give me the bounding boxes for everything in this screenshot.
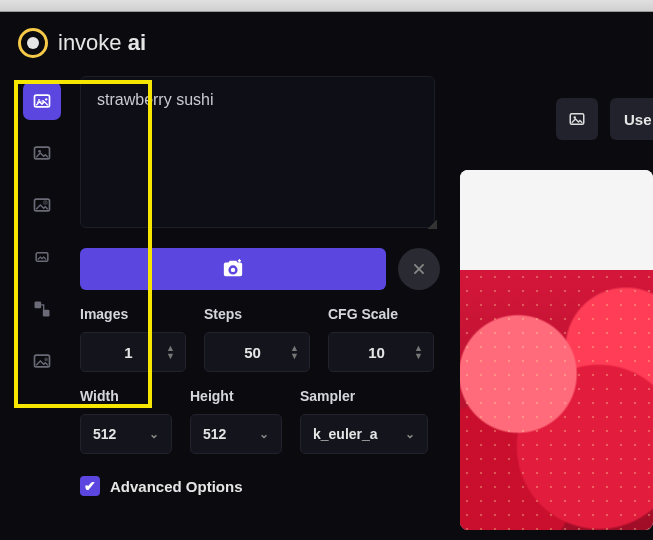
browser-chrome (0, 0, 653, 12)
image-icon (568, 110, 586, 128)
images-value: 1 (124, 344, 132, 361)
height-label: Height (190, 388, 282, 404)
sidebar-postprocess[interactable] (23, 342, 61, 380)
camera-plus-icon (222, 258, 244, 280)
prompt-input[interactable] (80, 76, 435, 228)
cfg-value: 10 (368, 344, 385, 361)
cfg-label: CFG Scale (328, 306, 434, 322)
cancel-button[interactable] (398, 248, 440, 290)
logo-icon (18, 28, 48, 58)
sidebar-text-to-image[interactable]: Aa (23, 82, 61, 120)
control-panel: Images 1 ▲▼ Steps 50 ▲▼ CFG Scale (80, 76, 440, 496)
use-button[interactable]: Use (610, 98, 653, 140)
advanced-options-checkbox[interactable]: ✔ (80, 476, 100, 496)
sidebar-inpaint[interactable] (23, 186, 61, 224)
output-preview (460, 170, 653, 530)
close-icon (412, 262, 426, 276)
sidebar: Aa (18, 76, 66, 496)
postprocess-icon (32, 351, 52, 371)
down-caret-icon[interactable]: ▼ (290, 352, 299, 360)
steps-stepper[interactable]: ▲▼ (290, 344, 299, 360)
inpaint-icon (32, 195, 52, 215)
image-icon (32, 143, 52, 163)
chevron-down-icon: ⌄ (405, 427, 415, 441)
sampler-value: k_euler_a (313, 426, 378, 442)
sidebar-outpaint[interactable] (23, 238, 61, 276)
sidebar-image-to-image[interactable] (23, 134, 61, 172)
chevron-down-icon: ⌄ (149, 427, 159, 441)
cfg-stepper[interactable]: ▲▼ (414, 344, 423, 360)
app-title-part1: invoke (58, 30, 128, 55)
sampler-label: Sampler (300, 388, 428, 404)
images-stepper[interactable]: ▲▼ (166, 344, 175, 360)
svg-point-6 (43, 200, 48, 205)
app-logo: invoke ai (18, 28, 653, 58)
nodes-icon (32, 299, 52, 319)
width-label: Width (80, 388, 172, 404)
height-value: 512 (203, 426, 226, 442)
text-image-icon: Aa (32, 91, 52, 111)
chevron-down-icon: ⌄ (259, 427, 269, 441)
svg-rect-7 (36, 253, 48, 261)
images-label: Images (80, 306, 186, 322)
steps-value: 50 (244, 344, 261, 361)
app-title: invoke ai (58, 30, 146, 56)
outpaint-icon (32, 247, 52, 267)
generate-button[interactable] (80, 248, 386, 290)
svg-point-2 (45, 98, 47, 100)
resize-handle-icon[interactable] (427, 219, 437, 229)
preview-image (460, 270, 653, 530)
sampler-select[interactable]: k_euler_a ⌄ (300, 414, 428, 454)
down-caret-icon[interactable]: ▼ (414, 352, 423, 360)
svg-point-11 (231, 268, 235, 272)
cfg-input[interactable]: 10 ▲▼ (328, 332, 434, 372)
steps-label: Steps (204, 306, 310, 322)
app-title-part2: ai (128, 30, 146, 55)
image-preview-button[interactable] (556, 98, 598, 140)
width-value: 512 (93, 426, 116, 442)
advanced-options-label: Advanced Options (110, 478, 243, 495)
height-select[interactable]: 512 ⌄ (190, 414, 282, 454)
down-caret-icon[interactable]: ▼ (166, 352, 175, 360)
steps-input[interactable]: 50 ▲▼ (204, 332, 310, 372)
images-input[interactable]: 1 ▲▼ (80, 332, 186, 372)
svg-rect-8 (35, 302, 42, 309)
sidebar-nodes[interactable] (23, 290, 61, 328)
width-select[interactable]: 512 ⌄ (80, 414, 172, 454)
